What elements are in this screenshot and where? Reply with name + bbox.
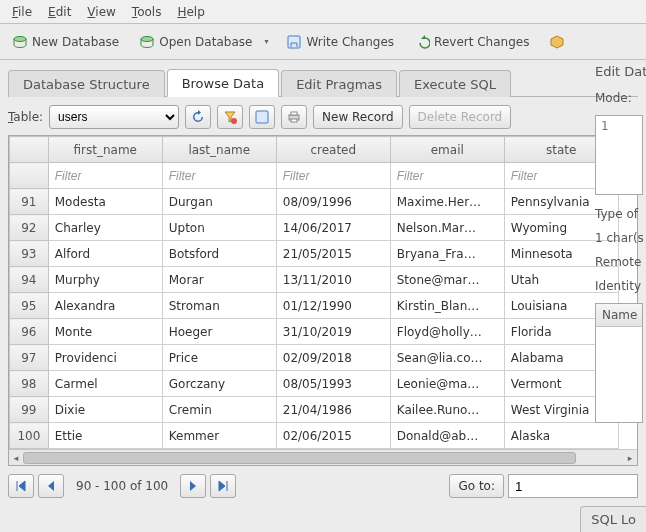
cell-email[interactable]: Leonie@ma…: [390, 371, 504, 397]
table-row[interactable]: 97ProvidenciPrice02/09/2018Sean@lia.co…A…: [10, 345, 637, 371]
col-last_name[interactable]: last_name: [162, 137, 276, 163]
cell-state[interactable]: Alaska: [504, 423, 618, 449]
cell-created[interactable]: 02/06/2015: [276, 423, 390, 449]
tab-edit-pragmas[interactable]: Edit Pragmas: [281, 70, 397, 97]
goto-button[interactable]: Go to:: [449, 474, 504, 498]
cell-last_name[interactable]: Stroman: [162, 293, 276, 319]
tab-execute-sql[interactable]: Execute SQL: [399, 70, 511, 97]
cell-created[interactable]: 02/09/2018: [276, 345, 390, 371]
table-row[interactable]: 91ModestaDurgan08/09/1996Maxime.Her…Penn…: [10, 189, 637, 215]
cell-last_name[interactable]: Price: [162, 345, 276, 371]
table-row[interactable]: 92CharleyUpton14/06/2017Nelson.Mar…Wyomi…: [10, 215, 637, 241]
table-row[interactable]: 95AlexandraStroman01/12/1990Kirstin_Blan…: [10, 293, 637, 319]
delete-record-button[interactable]: Delete Record: [409, 105, 512, 129]
pager-next-button[interactable]: [180, 474, 206, 498]
cell-last_name[interactable]: Botsford: [162, 241, 276, 267]
dropdown-arrow-icon[interactable]: ▾: [260, 37, 272, 46]
cell-last_name[interactable]: Durgan: [162, 189, 276, 215]
cell-email[interactable]: Floyd@holly…: [390, 319, 504, 345]
table-row[interactable]: 99DixieCremin21/04/1986Kailee.Runo…West …: [10, 397, 637, 423]
col-email[interactable]: email: [390, 137, 504, 163]
cell-created[interactable]: 08/09/1996: [276, 189, 390, 215]
cell-first_name[interactable]: Murphy: [48, 267, 162, 293]
menu-view[interactable]: View: [79, 3, 123, 21]
print-button[interactable]: [281, 105, 307, 129]
cell-created[interactable]: 08/05/1993: [276, 371, 390, 397]
tab-browse-data[interactable]: Browse Data: [167, 69, 280, 97]
row-number[interactable]: 94: [10, 267, 49, 293]
identity-list[interactable]: Name: [595, 303, 643, 423]
cell-first_name[interactable]: Monte: [48, 319, 162, 345]
horizontal-scrollbar[interactable]: ◂ ▸: [9, 449, 637, 465]
revert-changes-button[interactable]: Revert Changes: [408, 30, 535, 54]
cell-first_name[interactable]: Modesta: [48, 189, 162, 215]
cell-email[interactable]: Sean@lia.co…: [390, 345, 504, 371]
write-changes-button[interactable]: Write Changes: [280, 30, 400, 54]
row-number[interactable]: 98: [10, 371, 49, 397]
cell-first_name[interactable]: Alford: [48, 241, 162, 267]
row-number[interactable]: 97: [10, 345, 49, 371]
cell-created[interactable]: 14/06/2017: [276, 215, 390, 241]
open-database-button[interactable]: Open Database: [133, 30, 258, 54]
new-record-button[interactable]: New Record: [313, 105, 402, 129]
cell-last_name[interactable]: Hoeger: [162, 319, 276, 345]
cell-email[interactable]: Bryana_Fra…: [390, 241, 504, 267]
cell-created[interactable]: 21/05/2015: [276, 241, 390, 267]
filter-email[interactable]: [391, 165, 504, 187]
sql-log-tab[interactable]: SQL Lo: [580, 506, 646, 532]
tab-database-structure[interactable]: Database Structure: [8, 70, 165, 97]
cell-last_name[interactable]: Morar: [162, 267, 276, 293]
cell-first_name[interactable]: Providenci: [48, 345, 162, 371]
filter-first_name[interactable]: [49, 165, 162, 187]
cell-first_name[interactable]: Ettie: [48, 423, 162, 449]
cell-first_name[interactable]: Alexandra: [48, 293, 162, 319]
cell-first_name[interactable]: Dixie: [48, 397, 162, 423]
cell-email[interactable]: Nelson.Mar…: [390, 215, 504, 241]
cell-email[interactable]: Maxime.Her…: [390, 189, 504, 215]
corner-header[interactable]: [10, 137, 49, 163]
identity-name-header[interactable]: Name: [596, 304, 642, 327]
row-number[interactable]: 93: [10, 241, 49, 267]
cell-last_name[interactable]: Kemmer: [162, 423, 276, 449]
refresh-button[interactable]: [185, 105, 211, 129]
cell-email[interactable]: Kailee.Runo…: [390, 397, 504, 423]
cell-first_name[interactable]: Carmel: [48, 371, 162, 397]
menu-help[interactable]: Help: [169, 3, 212, 21]
menu-file[interactable]: File: [4, 3, 40, 21]
new-database-button[interactable]: New Database: [6, 30, 125, 54]
cell-email[interactable]: Stone@mar…: [390, 267, 504, 293]
row-number[interactable]: 92: [10, 215, 49, 241]
table-row[interactable]: 94MurphyMorar13/11/2010Stone@mar…Utah: [10, 267, 637, 293]
menu-edit[interactable]: Edit: [40, 3, 79, 21]
col-created[interactable]: created: [276, 137, 390, 163]
pager-last-button[interactable]: [210, 474, 236, 498]
row-number[interactable]: 91: [10, 189, 49, 215]
row-number[interactable]: 95: [10, 293, 49, 319]
table-row[interactable]: 96MonteHoeger31/10/2019Floyd@holly…Flori…: [10, 319, 637, 345]
cell-created[interactable]: 13/11/2010: [276, 267, 390, 293]
save-button[interactable]: [249, 105, 275, 129]
clear-filters-button[interactable]: [217, 105, 243, 129]
filter-last_name[interactable]: [163, 165, 276, 187]
cell-last_name[interactable]: Gorczany: [162, 371, 276, 397]
col-first_name[interactable]: first_name: [48, 137, 162, 163]
table-select[interactable]: users: [49, 105, 179, 129]
cell-email[interactable]: Kirstin_Blan…: [390, 293, 504, 319]
cell-last_name[interactable]: Upton: [162, 215, 276, 241]
cell-last_name[interactable]: Cremin: [162, 397, 276, 423]
row-number[interactable]: 100: [10, 423, 49, 449]
cell-created[interactable]: 21/04/1986: [276, 397, 390, 423]
cell-text-preview[interactable]: 1: [595, 115, 643, 195]
pager-first-button[interactable]: [8, 474, 34, 498]
row-number[interactable]: 96: [10, 319, 49, 345]
table-row[interactable]: 98CarmelGorczany08/05/1993Leonie@ma…Verm…: [10, 371, 637, 397]
filter-created[interactable]: [277, 165, 390, 187]
row-number[interactable]: 99: [10, 397, 49, 423]
cell-created[interactable]: 01/12/1990: [276, 293, 390, 319]
goto-input[interactable]: [508, 474, 638, 498]
cell-email[interactable]: Donald@ab…: [390, 423, 504, 449]
table-row[interactable]: 93AlfordBotsford21/05/2015Bryana_Fra…Min…: [10, 241, 637, 267]
table-row[interactable]: 100EttieKemmer02/06/2015Donald@ab…Alaska: [10, 423, 637, 449]
cell-created[interactable]: 31/10/2019: [276, 319, 390, 345]
pager-prev-button[interactable]: [38, 474, 64, 498]
